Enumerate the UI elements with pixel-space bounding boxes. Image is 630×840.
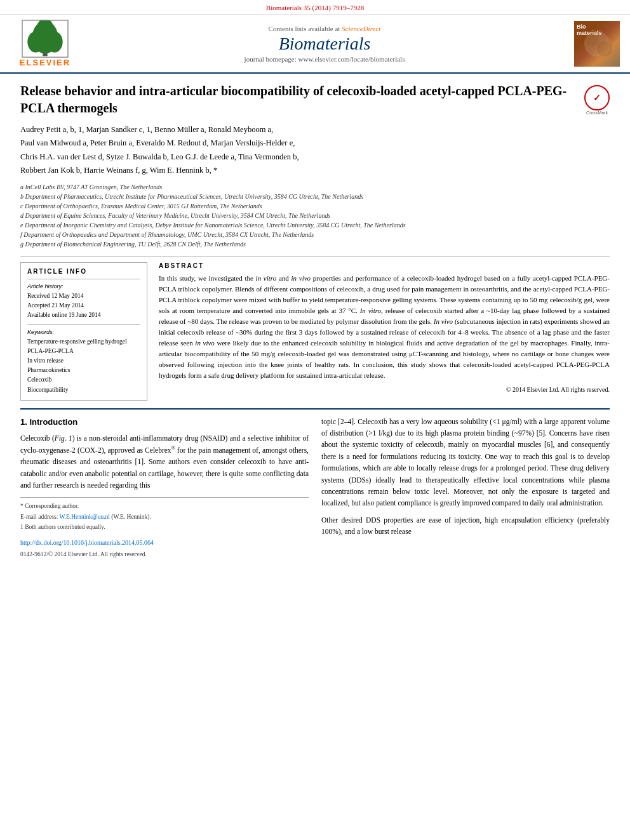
email-person: (W.E. Hennink).	[111, 514, 151, 520]
journal-homepage: journal homepage: www.elsevier.com/locat…	[80, 55, 569, 63]
bio-logo-image	[574, 21, 620, 67]
main-content: Release behavior and intra-articular bio…	[0, 74, 630, 566]
authors-line1: Audrey Petit a, b, 1, Marjan Sandker c, …	[20, 123, 610, 137]
sciencedirect-link[interactable]: ScienceDirect	[342, 25, 380, 32]
article-title: Release behavior and intra-articular bio…	[20, 83, 577, 117]
keyword-4: Celecoxib	[27, 375, 140, 385]
issn-line: 0142-9612/© 2014 Elsevier Ltd. All right…	[20, 550, 309, 559]
keyword-1: PCLA-PEG-PCLA	[27, 347, 140, 356]
abstract-col: ABSTRACT In this study, we investigated …	[159, 262, 610, 401]
authors-line2: Paul van Midwoud a, Peter Bruin a, Evera…	[20, 137, 610, 150]
divider-1	[20, 257, 610, 257]
authors-line3: Chris H.A. van der Lest d, Sytze J. Buwa…	[20, 150, 610, 164]
affiliation-b: b Department of Pharmaceutics, Utrecht I…	[20, 192, 610, 201]
crossmark-label: CrossMark	[584, 110, 610, 115]
thick-divider	[20, 408, 610, 410]
crossmark-circle: ✓	[584, 85, 610, 110]
available-date: Available online 19 June 2014	[27, 310, 140, 320]
intro-para-right-1: topic [2–4]. Celecoxib has a very low aq…	[321, 416, 610, 509]
article-info-abstract: ARTICLE INFO Article history: Received 1…	[20, 262, 610, 401]
journal-header: ELSEVIER Contents lists available at Sci…	[0, 15, 630, 74]
footnote-area: * Corresponding author. E-mail address: …	[20, 497, 309, 531]
journal-ref-text: Biomaterials 35 (2014) 7919–7928	[266, 4, 364, 11]
corresponding-note: * Corresponding author.	[20, 502, 309, 510]
abstract-title: ABSTRACT	[159, 262, 610, 269]
keyword-3: Pharmacokinetics	[27, 366, 140, 375]
article-info-col: ARTICLE INFO Article history: Received 1…	[20, 262, 147, 401]
page: Biomaterials 35 (2014) 7919–7928 ELSEVIE…	[0, 0, 630, 566]
svg-point-8	[597, 41, 612, 57]
doi-link[interactable]: http://dx.doi.org/10.1016/j.biomaterials…	[20, 539, 154, 546]
intro-heading: 1. Introduction	[20, 416, 309, 429]
copyright-line: © 2014 Elsevier Ltd. All rights reserved…	[159, 386, 610, 393]
elsevier-wordmark: ELSEVIER	[20, 58, 70, 67]
journal-reference: Biomaterials 35 (2014) 7919–7928	[0, 0, 630, 15]
intro-para-right-2: Other desired DDS properties are ease of…	[321, 514, 610, 538]
affiliation-a: a InCell Labs BV, 9747 AT Groningen, The…	[20, 182, 610, 192]
affiliations-section: a InCell Labs BV, 9747 AT Groningen, The…	[20, 182, 610, 249]
crossmark-logo: ✓ CrossMark	[584, 85, 610, 115]
accepted-date: Accepted 21 May 2014	[27, 301, 140, 310]
bio-logo-box: Biomaterials	[574, 21, 620, 67]
affiliation-c: c Department of Orthopaedics, Erasmus Me…	[20, 201, 610, 211]
doi-line: http://dx.doi.org/10.1016/j.biomaterials…	[20, 537, 309, 548]
introduction-section: 1. Introduction Celecoxib (Fig. 1) is a …	[20, 416, 610, 559]
affiliation-g: g Department of Biomechanical Engineerin…	[20, 239, 610, 249]
affiliation-e: e Department of Inorganic Chemistry and …	[20, 220, 610, 230]
sciencedirect-line: Contents lists available at ScienceDirec…	[80, 25, 569, 32]
email-note: E-mail address: W.E.Hennink@uu.nl (W.E. …	[20, 512, 309, 521]
keyword-2: In vitro release	[27, 356, 140, 366]
article-info-box: ARTICLE INFO Article history: Received 1…	[20, 262, 147, 401]
journal-name: Biomaterials	[80, 34, 569, 54]
keywords-section: Keywords: Temperature-responsive gelling…	[27, 324, 140, 395]
authors-section: Audrey Petit a, b, 1, Marjan Sandker c, …	[20, 123, 610, 177]
abstract-text: In this study, we investigated the in vi…	[159, 273, 610, 381]
affiliation-f: f Department of Orthopaedics and Departm…	[20, 230, 610, 239]
svg-point-7	[586, 34, 598, 46]
sciencedirect-prefix: Contents lists available at	[269, 25, 340, 32]
email-address[interactable]: W.E.Hennink@uu.nl	[60, 514, 110, 520]
biomaterials-logo: Biomaterials	[569, 21, 620, 67]
note1: 1 Both authors contributed equally.	[20, 523, 309, 531]
elsevier-logo: ELSEVIER	[10, 20, 80, 67]
received-date: Received 12 May 2014	[27, 291, 140, 301]
affiliation-d: d Department of Equine Sciences, Faculty…	[20, 211, 610, 220]
keyword-0: Temperature-responsive gelling hydrogel	[27, 337, 140, 347]
article-title-section: Release behavior and intra-articular bio…	[20, 83, 610, 117]
history-label: Article history:	[27, 283, 140, 290]
intro-col-left: 1. Introduction Celecoxib (Fig. 1) is a …	[20, 416, 309, 559]
elsevier-tree-icon	[20, 20, 70, 58]
email-label: E-mail address:	[20, 514, 58, 520]
intro-col-right: topic [2–4]. Celecoxib has a very low aq…	[321, 416, 610, 559]
keyword-5: Biocompatibility	[27, 385, 140, 395]
corresponding-text: * Corresponding author.	[20, 503, 79, 509]
keywords-label: Keywords:	[27, 329, 140, 335]
history-section: Article history: Received 12 May 2014 Ac…	[27, 279, 140, 321]
article-info-title: ARTICLE INFO	[27, 268, 140, 275]
intro-para-left: Celecoxib (Fig. 1) is a non-steroidal an…	[20, 432, 309, 491]
journal-center: Contents lists available at ScienceDirec…	[80, 25, 569, 63]
authors-line4: Robbert Jan Kok b, Harrie Weinans f, g, …	[20, 164, 610, 177]
